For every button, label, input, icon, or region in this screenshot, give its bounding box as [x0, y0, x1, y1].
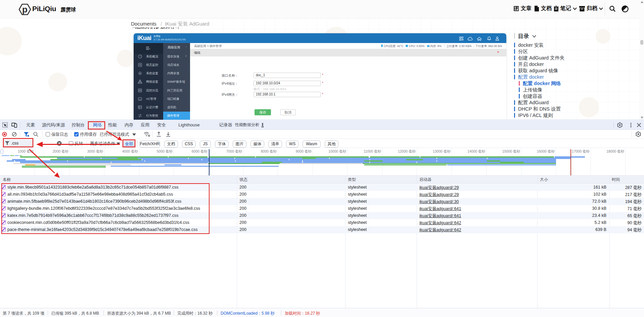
svg-text:p: p: [22, 4, 28, 14]
